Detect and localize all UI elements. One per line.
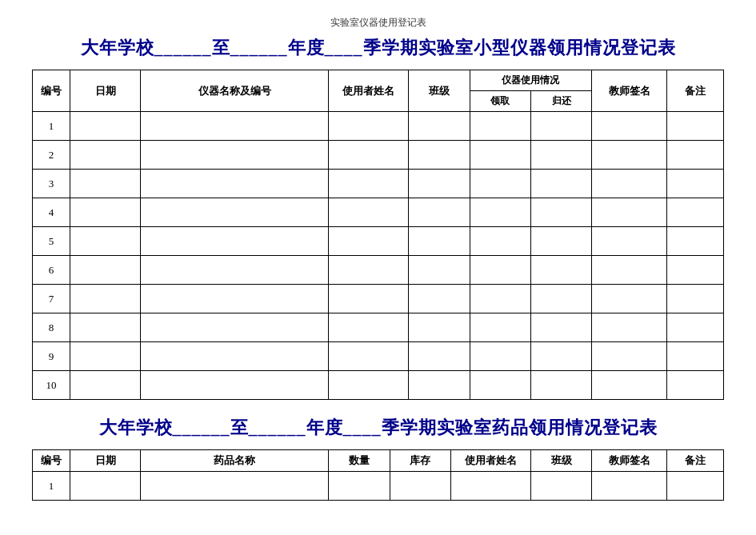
table1-row: 9 bbox=[33, 342, 724, 371]
row-device-name bbox=[141, 342, 329, 371]
row-num: 9 bbox=[33, 342, 70, 371]
row-note bbox=[667, 141, 724, 170]
t2-header-drug-name: 药品名称 bbox=[141, 450, 329, 472]
header-class: 班级 bbox=[409, 70, 470, 112]
row-user bbox=[329, 198, 409, 227]
t2-row-note bbox=[667, 472, 724, 501]
row-teacher bbox=[592, 141, 667, 170]
row-class bbox=[409, 256, 470, 285]
row-class bbox=[409, 313, 470, 342]
row-return bbox=[530, 371, 591, 400]
row-num: 6 bbox=[33, 256, 70, 285]
row-num: 2 bbox=[33, 141, 70, 170]
row-return bbox=[530, 256, 591, 285]
row-teacher bbox=[592, 313, 667, 342]
row-user bbox=[329, 285, 409, 313]
row-device-name bbox=[141, 198, 329, 227]
row-date bbox=[70, 141, 141, 170]
row-class bbox=[409, 285, 470, 313]
row-note bbox=[667, 112, 724, 141]
table1-row: 8 bbox=[33, 313, 724, 342]
header-num: 编号 bbox=[33, 70, 70, 112]
row-return bbox=[530, 285, 591, 313]
row-user bbox=[329, 342, 409, 371]
row-user bbox=[329, 371, 409, 400]
row-teacher bbox=[592, 112, 667, 141]
row-teacher bbox=[592, 256, 667, 285]
row-num: 1 bbox=[33, 112, 70, 141]
row-user bbox=[329, 227, 409, 256]
t2-header-stock: 库存 bbox=[390, 450, 450, 472]
t2-row-drug-name bbox=[141, 472, 329, 501]
row-device-name bbox=[141, 141, 329, 170]
table2-title: 大年学校______至______年度____季学期实验室药品领用情况登记表 bbox=[32, 416, 724, 440]
row-date bbox=[70, 313, 141, 342]
row-return bbox=[530, 198, 591, 227]
page-subtitle: 实验室仪器使用登记表 bbox=[32, 16, 724, 30]
row-teacher bbox=[592, 198, 667, 227]
t2-header-note: 备注 bbox=[667, 450, 724, 472]
row-receive bbox=[470, 371, 530, 400]
header-date: 日期 bbox=[70, 70, 141, 112]
table1-main-header: 编号 日期 仪器名称及编号 使用者姓名 班级 仪器使用情况 教师签名 备注 bbox=[33, 70, 724, 91]
row-user bbox=[329, 112, 409, 141]
table1-row: 2 bbox=[33, 141, 724, 170]
row-class bbox=[409, 141, 470, 170]
row-return bbox=[530, 227, 591, 256]
row-note bbox=[667, 371, 724, 400]
row-note bbox=[667, 313, 724, 342]
table1-row: 10 bbox=[33, 371, 724, 400]
row-user bbox=[329, 141, 409, 170]
row-device-name bbox=[141, 313, 329, 342]
row-return bbox=[530, 141, 591, 170]
t2-header-date: 日期 bbox=[70, 450, 141, 472]
table1-row: 4 bbox=[33, 198, 724, 227]
t2-row-class bbox=[530, 472, 591, 501]
row-note bbox=[667, 256, 724, 285]
row-teacher bbox=[592, 371, 667, 400]
row-teacher bbox=[592, 170, 667, 198]
row-class bbox=[409, 112, 470, 141]
header-instrument-use: 仪器使用情况 bbox=[470, 70, 592, 91]
row-date bbox=[70, 198, 141, 227]
row-receive bbox=[470, 285, 530, 313]
row-note bbox=[667, 198, 724, 227]
t2-row-num: 1 bbox=[33, 472, 70, 501]
row-user bbox=[329, 313, 409, 342]
row-return bbox=[530, 342, 591, 371]
row-device-name bbox=[141, 285, 329, 313]
row-receive bbox=[470, 112, 530, 141]
table2-container: 编号 日期 药品名称 数量 库存 使用者姓名 班级 教师签名 备注 1 bbox=[32, 449, 724, 501]
row-class bbox=[409, 170, 470, 198]
header-note: 备注 bbox=[667, 70, 724, 112]
t2-row-user bbox=[451, 472, 531, 501]
t2-header-teacher: 教师签名 bbox=[592, 450, 667, 472]
table1-row: 1 bbox=[33, 112, 724, 141]
row-device-name bbox=[141, 256, 329, 285]
row-note bbox=[667, 227, 724, 256]
row-teacher bbox=[592, 285, 667, 313]
row-date bbox=[70, 170, 141, 198]
t2-row-qty bbox=[329, 472, 390, 501]
table1-row: 3 bbox=[33, 170, 724, 198]
row-return bbox=[530, 112, 591, 141]
table1-title: 大年学校______至______年度____季学期实验室小型仪器领用情况登记表 bbox=[32, 36, 724, 60]
row-receive bbox=[470, 141, 530, 170]
row-receive bbox=[470, 170, 530, 198]
row-class bbox=[409, 198, 470, 227]
table1-row: 6 bbox=[33, 256, 724, 285]
row-receive bbox=[470, 256, 530, 285]
row-note bbox=[667, 342, 724, 371]
table1-row: 5 bbox=[33, 227, 724, 256]
t2-row-teacher bbox=[592, 472, 667, 501]
row-user bbox=[329, 256, 409, 285]
t2-header-user: 使用者姓名 bbox=[451, 450, 531, 472]
row-date bbox=[70, 285, 141, 313]
table1-container: 编号 日期 仪器名称及编号 使用者姓名 班级 仪器使用情况 教师签名 备注 领取… bbox=[32, 70, 724, 400]
row-num: 3 bbox=[33, 170, 70, 198]
row-date bbox=[70, 342, 141, 371]
row-date bbox=[70, 256, 141, 285]
row-note bbox=[667, 170, 724, 198]
t2-header-qty: 数量 bbox=[329, 450, 390, 472]
row-device-name bbox=[141, 112, 329, 141]
